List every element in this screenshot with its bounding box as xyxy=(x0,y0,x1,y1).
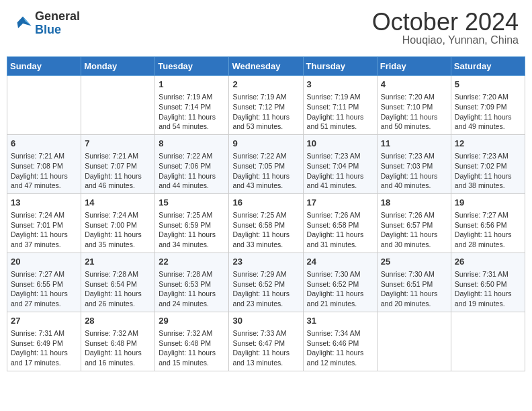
calendar-cell: 24Sunrise: 7:30 AMSunset: 6:52 PMDayligh… xyxy=(303,253,377,312)
calendar-cell: 12Sunrise: 7:23 AMSunset: 7:02 PMDayligh… xyxy=(451,134,525,193)
calendar-cell xyxy=(451,312,525,371)
cell-info: Sunrise: 7:19 AMSunset: 7:12 PMDaylight:… xyxy=(232,92,299,132)
cell-info: Sunrise: 7:23 AMSunset: 7:02 PMDaylight:… xyxy=(455,151,521,191)
calendar-cell: 26Sunrise: 7:31 AMSunset: 6:50 PMDayligh… xyxy=(451,253,525,312)
cell-info: Sunrise: 7:24 AMSunset: 7:01 PMDaylight:… xyxy=(11,210,77,250)
cell-day-number: 4 xyxy=(381,79,447,91)
calendar-cell: 25Sunrise: 7:30 AMSunset: 6:51 PMDayligh… xyxy=(377,253,451,312)
cell-info: Sunrise: 7:26 AMSunset: 6:57 PMDaylight:… xyxy=(381,210,447,250)
cell-info: Sunrise: 7:20 AMSunset: 7:09 PMDaylight:… xyxy=(455,92,521,132)
calendar-week-row: 20Sunrise: 7:27 AMSunset: 6:55 PMDayligh… xyxy=(7,253,525,312)
cell-day-number: 2 xyxy=(232,79,299,91)
calendar-cell: 14Sunrise: 7:24 AMSunset: 7:00 PMDayligh… xyxy=(81,193,155,253)
cell-info: Sunrise: 7:22 AMSunset: 7:06 PMDaylight:… xyxy=(159,151,225,191)
calendar-week-row: 13Sunrise: 7:24 AMSunset: 7:01 PMDayligh… xyxy=(7,193,525,253)
logo-general: General xyxy=(35,10,80,24)
subtitle: Houqiao, Yunnan, China xyxy=(372,34,519,46)
logo-bird-icon xyxy=(13,14,32,33)
cell-day-number: 29 xyxy=(159,315,225,327)
cell-info: Sunrise: 7:27 AMSunset: 6:56 PMDaylight:… xyxy=(455,210,521,250)
calendar-header-cell: Saturday xyxy=(451,57,525,76)
calendar-cell: 3Sunrise: 7:19 AMSunset: 7:11 PMDaylight… xyxy=(303,76,377,135)
cell-day-number: 5 xyxy=(455,79,521,91)
cell-info: Sunrise: 7:20 AMSunset: 7:10 PMDaylight:… xyxy=(381,92,447,132)
cell-day-number: 19 xyxy=(455,197,521,209)
calendar-cell: 13Sunrise: 7:24 AMSunset: 7:01 PMDayligh… xyxy=(7,193,81,253)
cell-day-number: 15 xyxy=(159,197,225,209)
calendar-cell: 19Sunrise: 7:27 AMSunset: 6:56 PMDayligh… xyxy=(451,193,525,253)
calendar-cell: 11Sunrise: 7:23 AMSunset: 7:03 PMDayligh… xyxy=(377,134,451,193)
cell-info: Sunrise: 7:19 AMSunset: 7:14 PMDaylight:… xyxy=(159,92,225,132)
calendar-week-row: 6Sunrise: 7:21 AMSunset: 7:08 PMDaylight… xyxy=(7,134,525,193)
calendar-cell: 29Sunrise: 7:32 AMSunset: 6:48 PMDayligh… xyxy=(155,312,229,371)
cell-day-number: 7 xyxy=(85,138,151,150)
cell-info: Sunrise: 7:31 AMSunset: 6:49 PMDaylight:… xyxy=(11,328,77,368)
cell-info: Sunrise: 7:21 AMSunset: 7:08 PMDaylight:… xyxy=(11,151,77,191)
cell-info: Sunrise: 7:28 AMSunset: 6:54 PMDaylight:… xyxy=(85,269,151,309)
calendar-header-cell: Sunday xyxy=(7,57,81,76)
main-title: October 2024 xyxy=(372,10,519,34)
calendar-cell: 2Sunrise: 7:19 AMSunset: 7:12 PMDaylight… xyxy=(229,76,303,135)
calendar-cell: 31Sunrise: 7:34 AMSunset: 6:46 PMDayligh… xyxy=(303,312,377,371)
logo-text: General Blue xyxy=(35,10,80,37)
cell-day-number: 13 xyxy=(11,197,77,209)
cell-day-number: 26 xyxy=(455,256,521,268)
cell-day-number: 20 xyxy=(11,256,77,268)
calendar-cell: 18Sunrise: 7:26 AMSunset: 6:57 PMDayligh… xyxy=(377,193,451,253)
cell-info: Sunrise: 7:21 AMSunset: 7:07 PMDaylight:… xyxy=(85,151,151,191)
calendar-cell: 7Sunrise: 7:21 AMSunset: 7:07 PMDaylight… xyxy=(81,134,155,193)
cell-day-number: 16 xyxy=(232,197,299,209)
cell-day-number: 24 xyxy=(307,256,373,268)
calendar-cell: 8Sunrise: 7:22 AMSunset: 7:06 PMDaylight… xyxy=(155,134,229,193)
cell-info: Sunrise: 7:24 AMSunset: 7:00 PMDaylight:… xyxy=(85,210,151,250)
cell-day-number: 18 xyxy=(381,197,447,209)
calendar-cell: 16Sunrise: 7:25 AMSunset: 6:58 PMDayligh… xyxy=(229,193,303,253)
cell-info: Sunrise: 7:27 AMSunset: 6:55 PMDaylight:… xyxy=(11,269,77,309)
cell-info: Sunrise: 7:33 AMSunset: 6:47 PMDaylight:… xyxy=(232,328,299,368)
cell-day-number: 30 xyxy=(232,315,299,327)
cell-day-number: 6 xyxy=(11,138,77,150)
cell-day-number: 9 xyxy=(232,138,299,150)
logo-blue: Blue xyxy=(35,24,80,37)
cell-info: Sunrise: 7:25 AMSunset: 6:58 PMDaylight:… xyxy=(232,210,299,250)
calendar-header-cell: Monday xyxy=(81,57,155,76)
title-block: October 2024 Houqiao, Yunnan, China xyxy=(372,10,519,46)
cell-day-number: 23 xyxy=(232,256,299,268)
cell-day-number: 11 xyxy=(381,138,447,150)
cell-info: Sunrise: 7:25 AMSunset: 6:59 PMDaylight:… xyxy=(159,210,225,250)
cell-day-number: 1 xyxy=(159,79,225,91)
cell-info: Sunrise: 7:34 AMSunset: 6:46 PMDaylight:… xyxy=(307,328,373,368)
calendar-week-row: 1Sunrise: 7:19 AMSunset: 7:14 PMDaylight… xyxy=(7,76,525,135)
calendar-cell: 22Sunrise: 7:28 AMSunset: 6:53 PMDayligh… xyxy=(155,253,229,312)
calendar-cell: 21Sunrise: 7:28 AMSunset: 6:54 PMDayligh… xyxy=(81,253,155,312)
calendar-cell: 5Sunrise: 7:20 AMSunset: 7:09 PMDaylight… xyxy=(451,76,525,135)
cell-info: Sunrise: 7:23 AMSunset: 7:03 PMDaylight:… xyxy=(381,151,447,191)
cell-day-number: 12 xyxy=(455,138,521,150)
calendar-header-cell: Friday xyxy=(377,57,451,76)
calendar-cell xyxy=(7,76,81,135)
cell-day-number: 22 xyxy=(159,256,225,268)
calendar-cell: 17Sunrise: 7:26 AMSunset: 6:58 PMDayligh… xyxy=(303,193,377,253)
cell-day-number: 25 xyxy=(381,256,447,268)
cell-day-number: 8 xyxy=(159,138,225,150)
cell-day-number: 21 xyxy=(85,256,151,268)
cell-info: Sunrise: 7:32 AMSunset: 6:48 PMDaylight:… xyxy=(85,328,151,368)
cell-info: Sunrise: 7:22 AMSunset: 7:05 PMDaylight:… xyxy=(232,151,299,191)
cell-info: Sunrise: 7:28 AMSunset: 6:53 PMDaylight:… xyxy=(159,269,225,309)
cell-day-number: 27 xyxy=(11,315,77,327)
cell-info: Sunrise: 7:29 AMSunset: 6:52 PMDaylight:… xyxy=(232,269,299,309)
calendar-header-cell: Thursday xyxy=(303,57,377,76)
cell-day-number: 3 xyxy=(307,79,373,91)
calendar-cell: 15Sunrise: 7:25 AMSunset: 6:59 PMDayligh… xyxy=(155,193,229,253)
calendar-cell: 1Sunrise: 7:19 AMSunset: 7:14 PMDaylight… xyxy=(155,76,229,135)
cell-info: Sunrise: 7:19 AMSunset: 7:11 PMDaylight:… xyxy=(307,92,373,132)
page-header: General Blue October 2024 Houqiao, Yunna… xyxy=(7,7,525,50)
calendar-cell xyxy=(377,312,451,371)
cell-info: Sunrise: 7:31 AMSunset: 6:50 PMDaylight:… xyxy=(455,269,521,309)
calendar-table: SundayMondayTuesdayWednesdayThursdayFrid… xyxy=(7,56,525,371)
calendar-cell xyxy=(81,76,155,135)
calendar-body: 1Sunrise: 7:19 AMSunset: 7:14 PMDaylight… xyxy=(7,76,525,371)
calendar-header-cell: Tuesday xyxy=(155,57,229,76)
cell-info: Sunrise: 7:26 AMSunset: 6:58 PMDaylight:… xyxy=(307,210,373,250)
calendar-cell: 27Sunrise: 7:31 AMSunset: 6:49 PMDayligh… xyxy=(7,312,81,371)
